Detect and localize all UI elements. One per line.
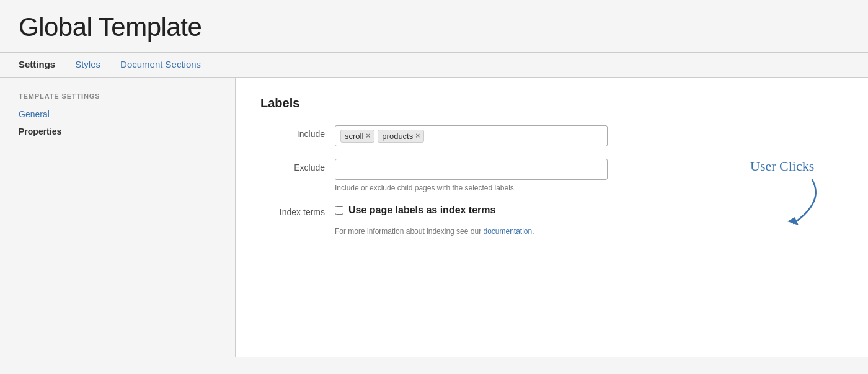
exclude-row: Exclude Include or exclude child pages w… <box>260 159 843 192</box>
documentation-link[interactable]: documentation. <box>483 227 534 236</box>
tag-scroll-close[interactable]: × <box>366 131 370 140</box>
tab-settings[interactable]: Settings <box>19 53 65 77</box>
tag-products: products × <box>378 130 424 143</box>
sidebar-item-general[interactable]: General <box>19 107 223 121</box>
tab-document-sections[interactable]: Document Sections <box>120 53 211 77</box>
sidebar-section-title: TEMPLATE SETTINGS <box>19 92 223 100</box>
index-terms-checkbox[interactable] <box>335 206 343 215</box>
doc-text: For more information about indexing see … <box>335 227 483 236</box>
tag-products-text: products <box>382 131 413 141</box>
include-row: Include scroll × products × <box>260 125 843 146</box>
index-terms-label: Index terms <box>260 205 335 217</box>
tag-scroll-text: scroll <box>345 131 363 141</box>
exclude-tag-input[interactable] <box>335 159 608 180</box>
svg-marker-0 <box>787 217 799 225</box>
tabs-bar: Settings Styles Document Sections <box>0 53 868 78</box>
include-label: Include <box>260 125 335 139</box>
index-terms-field: Use page labels as index terms <box>335 205 495 216</box>
tab-styles[interactable]: Styles <box>75 53 110 77</box>
page-header: Global Template <box>0 0 868 53</box>
content-area: TEMPLATE SETTINGS General Properties Lab… <box>0 78 868 357</box>
page-title: Global Template <box>19 12 849 42</box>
tag-scroll: scroll × <box>340 130 374 143</box>
labels-section-title: Labels <box>260 96 843 110</box>
exclude-label: Exclude <box>260 159 335 172</box>
include-field: scroll × products × <box>335 125 608 146</box>
tag-products-close[interactable]: × <box>415 131 420 140</box>
help-text: Include or exclude child pages with the … <box>335 184 608 192</box>
exclude-field: Include or exclude child pages with the … <box>335 159 608 192</box>
index-terms-row: Index terms Use page labels as index ter… <box>260 205 843 217</box>
doc-link-row: For more information about indexing see … <box>335 227 843 236</box>
sidebar-item-properties[interactable]: Properties <box>19 125 223 138</box>
index-terms-checkbox-label: Use page labels as index terms <box>348 205 495 216</box>
include-tag-input[interactable]: scroll × products × <box>335 125 608 146</box>
main-content: Labels Include scroll × products × Ex <box>236 78 868 357</box>
index-terms-checkbox-row: Use page labels as index terms <box>335 205 495 216</box>
sidebar: TEMPLATE SETTINGS General Properties <box>0 78 236 357</box>
